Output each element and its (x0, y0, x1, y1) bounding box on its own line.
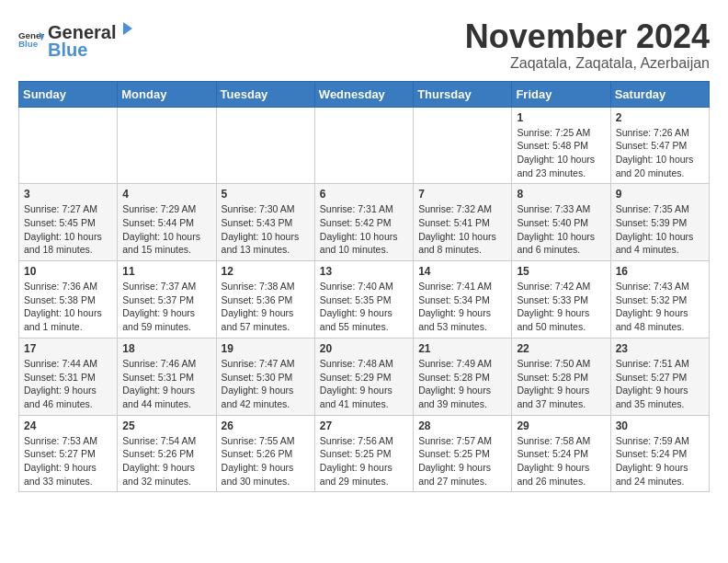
calendar-cell: 23Sunrise: 7:51 AM Sunset: 5:27 PM Dayli… (610, 338, 709, 415)
day-info: Sunrise: 7:58 AM Sunset: 5:24 PM Dayligh… (517, 434, 605, 488)
day-info: Sunrise: 7:31 AM Sunset: 5:42 PM Dayligh… (320, 202, 408, 257)
day-info: Sunrise: 7:37 AM Sunset: 5:37 PM Dayligh… (122, 280, 210, 334)
page-header: General Blue General Blue November 2024 … (18, 18, 710, 72)
calendar-cell: 25Sunrise: 7:54 AM Sunset: 5:26 PM Dayli… (118, 415, 216, 492)
day-number: 7 (418, 188, 506, 201)
calendar-cell: 24Sunrise: 7:53 AM Sunset: 5:27 PM Dayli… (19, 415, 118, 492)
calendar-cell: 29Sunrise: 7:58 AM Sunset: 5:24 PM Dayli… (512, 415, 610, 492)
calendar-header-sunday: Sunday (19, 81, 118, 107)
day-info: Sunrise: 7:53 AM Sunset: 5:27 PM Dayligh… (24, 434, 112, 488)
day-info: Sunrise: 7:55 AM Sunset: 5:26 PM Dayligh… (222, 434, 310, 488)
day-number: 20 (320, 342, 408, 355)
day-number: 6 (320, 188, 408, 201)
day-info: Sunrise: 7:48 AM Sunset: 5:29 PM Dayligh… (320, 357, 408, 411)
day-info: Sunrise: 7:40 AM Sunset: 5:35 PM Dayligh… (320, 280, 408, 334)
day-info: Sunrise: 7:57 AM Sunset: 5:25 PM Dayligh… (418, 434, 506, 488)
day-number: 17 (24, 342, 112, 355)
day-info: Sunrise: 7:29 AM Sunset: 5:44 PM Dayligh… (122, 202, 210, 257)
calendar-cell: 10Sunrise: 7:36 AM Sunset: 5:38 PM Dayli… (19, 261, 118, 339)
calendar-cell: 17Sunrise: 7:44 AM Sunset: 5:31 PM Dayli… (19, 338, 118, 415)
day-number: 2 (616, 111, 704, 124)
month-title: November 2024 (465, 18, 710, 55)
calendar-header-thursday: Thursday (414, 81, 512, 107)
location-title: Zaqatala, Zaqatala, Azerbaijan (465, 55, 710, 72)
calendar-cell (314, 107, 413, 184)
logo: General Blue General Blue (18, 18, 136, 61)
day-info: Sunrise: 7:44 AM Sunset: 5:31 PM Dayligh… (24, 357, 112, 411)
calendar-cell: 27Sunrise: 7:56 AM Sunset: 5:25 PM Dayli… (314, 415, 413, 492)
calendar-cell: 19Sunrise: 7:47 AM Sunset: 5:30 PM Dayli… (216, 338, 314, 415)
calendar-cell: 2Sunrise: 7:26 AM Sunset: 5:47 PM Daylig… (610, 107, 709, 184)
day-number: 4 (122, 188, 210, 201)
day-info: Sunrise: 7:42 AM Sunset: 5:33 PM Dayligh… (517, 280, 605, 334)
day-info: Sunrise: 7:38 AM Sunset: 5:36 PM Dayligh… (222, 280, 310, 334)
day-info: Sunrise: 7:49 AM Sunset: 5:28 PM Dayligh… (418, 357, 506, 411)
day-number: 21 (418, 342, 506, 355)
day-info: Sunrise: 7:35 AM Sunset: 5:39 PM Dayligh… (616, 202, 704, 257)
day-info: Sunrise: 7:41 AM Sunset: 5:34 PM Dayligh… (418, 280, 506, 334)
calendar-header-wednesday: Wednesday (314, 81, 413, 107)
day-info: Sunrise: 7:43 AM Sunset: 5:32 PM Dayligh… (616, 280, 704, 334)
calendar-cell (216, 107, 314, 184)
calendar-header-friday: Friday (512, 81, 610, 107)
calendar-header-saturday: Saturday (610, 81, 709, 107)
calendar-header-monday: Monday (118, 81, 216, 107)
calendar-cell: 20Sunrise: 7:48 AM Sunset: 5:29 PM Dayli… (314, 338, 413, 415)
calendar-header-row: SundayMondayTuesdayWednesdayThursdayFrid… (19, 81, 710, 107)
calendar-cell: 22Sunrise: 7:50 AM Sunset: 5:28 PM Dayli… (512, 338, 610, 415)
day-info: Sunrise: 7:27 AM Sunset: 5:45 PM Dayligh… (24, 202, 112, 257)
day-number: 29 (517, 419, 605, 432)
logo-icon: General Blue (18, 27, 44, 52)
calendar-header-tuesday: Tuesday (216, 81, 314, 107)
calendar-cell: 5Sunrise: 7:30 AM Sunset: 5:43 PM Daylig… (216, 184, 314, 261)
calendar-cell: 6Sunrise: 7:31 AM Sunset: 5:42 PM Daylig… (314, 184, 413, 261)
logo-chevron-icon (116, 18, 136, 39)
day-info: Sunrise: 7:59 AM Sunset: 5:24 PM Dayligh… (616, 434, 704, 488)
day-number: 24 (24, 419, 112, 432)
calendar-cell: 8Sunrise: 7:33 AM Sunset: 5:40 PM Daylig… (512, 184, 610, 261)
calendar-cell: 1Sunrise: 7:25 AM Sunset: 5:48 PM Daylig… (512, 107, 610, 184)
calendar-cell: 7Sunrise: 7:32 AM Sunset: 5:41 PM Daylig… (414, 184, 512, 261)
calendar-week-row: 1Sunrise: 7:25 AM Sunset: 5:48 PM Daylig… (19, 107, 710, 184)
day-number: 14 (418, 265, 506, 278)
calendar-cell: 3Sunrise: 7:27 AM Sunset: 5:45 PM Daylig… (19, 184, 118, 261)
day-info: Sunrise: 7:47 AM Sunset: 5:30 PM Dayligh… (222, 357, 310, 411)
day-info: Sunrise: 7:36 AM Sunset: 5:38 PM Dayligh… (24, 280, 112, 334)
calendar-week-row: 17Sunrise: 7:44 AM Sunset: 5:31 PM Dayli… (19, 338, 710, 415)
day-number: 25 (122, 419, 210, 432)
calendar-cell: 28Sunrise: 7:57 AM Sunset: 5:25 PM Dayli… (414, 415, 512, 492)
day-number: 18 (122, 342, 210, 355)
day-info: Sunrise: 7:26 AM Sunset: 5:47 PM Dayligh… (616, 126, 704, 180)
calendar-cell: 18Sunrise: 7:46 AM Sunset: 5:31 PM Dayli… (118, 338, 216, 415)
day-number: 12 (222, 265, 310, 278)
calendar-cell (19, 107, 118, 184)
calendar-cell (118, 107, 216, 184)
calendar-week-row: 10Sunrise: 7:36 AM Sunset: 5:38 PM Dayli… (19, 261, 710, 339)
calendar-cell: 13Sunrise: 7:40 AM Sunset: 5:35 PM Dayli… (314, 261, 413, 339)
calendar-cell: 21Sunrise: 7:49 AM Sunset: 5:28 PM Dayli… (414, 338, 512, 415)
day-info: Sunrise: 7:25 AM Sunset: 5:48 PM Dayligh… (517, 126, 605, 180)
day-info: Sunrise: 7:51 AM Sunset: 5:27 PM Dayligh… (616, 357, 704, 411)
day-number: 11 (122, 265, 210, 278)
calendar-cell: 16Sunrise: 7:43 AM Sunset: 5:32 PM Dayli… (610, 261, 709, 339)
day-number: 10 (24, 265, 112, 278)
calendar-cell: 4Sunrise: 7:29 AM Sunset: 5:44 PM Daylig… (118, 184, 216, 261)
day-number: 5 (222, 188, 310, 201)
calendar-cell: 12Sunrise: 7:38 AM Sunset: 5:36 PM Dayli… (216, 261, 314, 339)
calendar-cell: 15Sunrise: 7:42 AM Sunset: 5:33 PM Dayli… (512, 261, 610, 339)
day-number: 1 (517, 111, 605, 124)
day-info: Sunrise: 7:54 AM Sunset: 5:26 PM Dayligh… (122, 434, 210, 488)
calendar-cell: 11Sunrise: 7:37 AM Sunset: 5:37 PM Dayli… (118, 261, 216, 339)
day-info: Sunrise: 7:56 AM Sunset: 5:25 PM Dayligh… (320, 434, 408, 488)
svg-marker-3 (123, 22, 132, 35)
day-number: 16 (616, 265, 704, 278)
calendar-cell (414, 107, 512, 184)
day-number: 22 (517, 342, 605, 355)
calendar-week-row: 3Sunrise: 7:27 AM Sunset: 5:45 PM Daylig… (19, 184, 710, 261)
day-number: 27 (320, 419, 408, 432)
day-number: 9 (616, 188, 704, 201)
calendar-week-row: 24Sunrise: 7:53 AM Sunset: 5:27 PM Dayli… (19, 415, 710, 492)
day-number: 15 (517, 265, 605, 278)
day-number: 26 (222, 419, 310, 432)
day-info: Sunrise: 7:33 AM Sunset: 5:40 PM Dayligh… (517, 202, 605, 257)
